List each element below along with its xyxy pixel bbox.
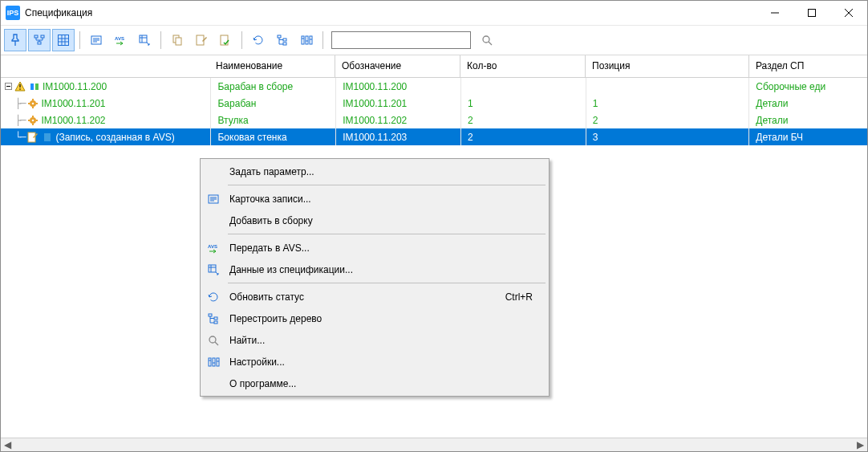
menu-record-card[interactable]: Карточка записи...	[202, 188, 547, 210]
menu-settings[interactable]: Настройки...	[202, 351, 547, 373]
close-button[interactable]	[830, 1, 867, 25]
svg-rect-64	[214, 317, 217, 320]
menu-label: Данные из спецификации...	[225, 264, 547, 275]
menu-add-to-assembly[interactable]: Добавить в сборку	[202, 210, 547, 231]
menu-separator	[228, 185, 546, 185]
cell-designation: IM1000.11.200	[335, 78, 460, 95]
cell-position: 3	[586, 128, 749, 145]
refresh-button[interactable]	[247, 29, 270, 51]
tree-label: (Запись, созданная в AVS)	[55, 132, 174, 143]
pin-button[interactable]	[4, 29, 26, 51]
svg-rect-69	[213, 358, 215, 366]
menu-label: Перестроить дерево	[225, 313, 547, 324]
svg-line-34	[489, 42, 492, 45]
cell-qty	[460, 78, 586, 95]
tree-connector: ├─	[15, 115, 25, 126]
tree-cell[interactable]: ├─ IM1000.11.202	[1, 112, 210, 128]
svg-rect-17	[140, 35, 147, 43]
toolbar: AVS	[1, 25, 867, 55]
menu-label: Карточка записи...	[225, 193, 547, 205]
cell-name: Боковая стенка	[210, 128, 335, 145]
tree-button[interactable]	[28, 29, 51, 51]
expand-icon[interactable]	[4, 83, 12, 91]
column-header-section[interactable]: Раздел СП	[748, 55, 867, 77]
svg-rect-27	[302, 36, 304, 44]
menu-spec-data[interactable]: Данные из спецификации...	[202, 259, 547, 280]
search-button[interactable]	[476, 29, 498, 51]
svg-rect-1	[809, 10, 816, 17]
menu-rebuild-tree[interactable]: Перестроить дерево	[202, 307, 547, 329]
svg-rect-26	[283, 43, 286, 45]
settings-button[interactable]	[295, 29, 318, 51]
minimize-button[interactable]	[756, 1, 793, 25]
svg-rect-6	[38, 42, 41, 44]
spec-icon	[202, 263, 225, 276]
cell-section: Детали	[748, 95, 867, 112]
svg-rect-25	[283, 39, 286, 41]
cell-qty: 2	[460, 128, 586, 145]
titlebar: IPS Спецификация	[1, 1, 867, 25]
scroll-right-icon[interactable]: ▶	[854, 438, 867, 452]
table-row[interactable]: ├─ IM1000.11.201 Барабан IM1000.11.201 1…	[1, 95, 867, 112]
horizontal-scrollbar[interactable]: ◀ ▶	[1, 438, 867, 451]
gear-icon	[26, 114, 39, 127]
column-header-qty[interactable]: Кол-во	[460, 55, 585, 77]
cell-name: Барабан в сборе	[210, 78, 335, 95]
column-header-name[interactable]: Наименование	[209, 55, 335, 77]
cell-designation: IM1000.11.201	[335, 95, 460, 112]
menu-label: Настройки...	[225, 356, 547, 368]
menu-send-to-avs[interactable]: AVS Передать в AVS...	[202, 237, 547, 259]
table-row[interactable]: IM1000.11.200 Барабан в сборе IM1000.11.…	[1, 78, 867, 95]
tree-cell[interactable]: ├─ IM1000.11.201	[1, 95, 210, 112]
tree-connector: ├─	[15, 98, 25, 109]
menu-find[interactable]: Найти...	[202, 329, 547, 351]
table-row[interactable]: ├─ IM1000.11.202 Втулка IM1000.11.202 2 …	[1, 112, 867, 128]
menu-about[interactable]: О программе...	[202, 373, 547, 394]
column-header-designation[interactable]: Обозначение	[335, 55, 460, 77]
tree-cell[interactable]: IM1000.11.200	[1, 78, 210, 95]
cell-position: 2	[586, 112, 749, 128]
cell-designation: IM1000.11.202	[335, 112, 460, 128]
menu-set-parameter[interactable]: Задать параметр...	[202, 161, 547, 182]
scroll-left-icon[interactable]: ◀	[1, 438, 14, 452]
svg-rect-4	[34, 35, 38, 38]
svg-rect-65	[214, 321, 217, 324]
menu-refresh-status[interactable]: Обновить статус Ctrl+R	[202, 286, 547, 307]
svg-rect-63	[209, 314, 212, 316]
menu-separator	[228, 283, 546, 283]
svg-rect-54	[44, 133, 51, 141]
warning-icon	[14, 80, 26, 93]
svg-line-67	[215, 342, 218, 345]
svg-rect-24	[278, 35, 281, 38]
grid-button[interactable]	[52, 29, 75, 51]
card-button[interactable]	[85, 29, 107, 51]
column-header-position[interactable]: Позиция	[585, 55, 748, 77]
cell-section: Детали	[748, 112, 867, 128]
svg-rect-60	[209, 265, 216, 272]
search-input[interactable]	[331, 31, 471, 49]
maximize-button[interactable]	[793, 1, 830, 25]
card-icon	[202, 193, 225, 206]
cell-section: Сборочные еди	[748, 78, 867, 95]
cell-position	[586, 78, 749, 95]
search-icon	[202, 334, 225, 347]
table-row[interactable]: └─ (Запись, созданная в AVS) Боковая сте…	[1, 128, 867, 145]
edit-icon	[26, 131, 39, 144]
cell-section: Детали БЧ	[748, 128, 867, 145]
rebuild-tree-button[interactable]	[271, 29, 294, 51]
avs-button[interactable]: AVS	[109, 29, 132, 51]
tree-cell[interactable]: └─ (Запись, созданная в AVS)	[1, 128, 210, 145]
menu-label: О программе...	[225, 378, 547, 389]
assembly-icon	[28, 80, 41, 93]
cell-position: 1	[586, 95, 749, 112]
settings-icon	[202, 356, 225, 369]
tree-icon	[202, 312, 225, 325]
check-button[interactable]	[214, 29, 237, 51]
copy-button[interactable]	[166, 29, 189, 51]
cell-qty: 1	[460, 95, 586, 112]
cell-qty: 2	[460, 112, 586, 128]
menu-label: Найти...	[225, 335, 547, 346]
spec-button[interactable]	[133, 29, 156, 51]
svg-point-42	[32, 102, 34, 104]
edit-button[interactable]	[190, 29, 213, 51]
